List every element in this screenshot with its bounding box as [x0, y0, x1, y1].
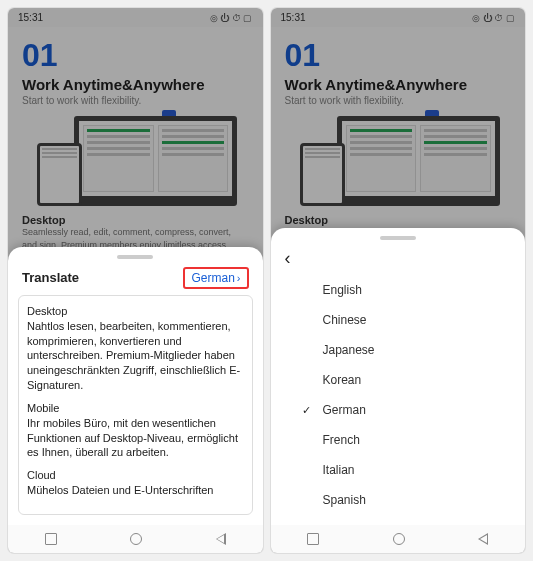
hero-number: 01 [285, 37, 512, 74]
status-bar: 15:31 ◎ ⏻ ⏱ ▢ [8, 8, 263, 27]
back-button[interactable] [216, 533, 226, 545]
language-label: German [323, 403, 366, 417]
language-list-sheet: ‹ EnglishChineseJapaneseKorean✓GermanFre… [271, 228, 526, 525]
language-label: Japanese [323, 343, 375, 357]
selected-language-label: German [191, 271, 234, 285]
hero-illustration [33, 116, 237, 206]
sheet-grabber[interactable] [380, 236, 416, 240]
language-label: English [323, 283, 362, 297]
language-option[interactable]: English [281, 275, 516, 305]
right-screenshot: 15:31 ◎ ⏻ ⏱ ▢ 01 Work Anytime&Anywhere S… [271, 8, 526, 553]
status-icons: ◎ ⏻ ⏱ ▢ [472, 13, 515, 23]
desktop-heading: Desktop [22, 214, 249, 226]
language-list: EnglishChineseJapaneseKorean✓GermanFrenc… [281, 275, 516, 515]
language-label: Spanish [323, 493, 366, 507]
language-label: Korean [323, 373, 362, 387]
android-navbar [271, 525, 526, 553]
hero-title: Work Anytime&Anywhere [22, 76, 249, 93]
translation-text-box[interactable]: Desktop Nahtlos lesen, bearbeiten, komme… [18, 295, 253, 515]
trans-desktop-body: Nahtlos lesen, bearbeiten, kommentieren,… [27, 320, 240, 391]
trans-desktop-h: Desktop [27, 305, 67, 317]
back-button[interactable] [478, 533, 488, 545]
hero-subtitle: Start to work with flexibility. [22, 95, 249, 106]
translate-title: Translate [22, 270, 79, 285]
language-option[interactable]: Korean [281, 365, 516, 395]
status-icons: ◎ ⏻ ⏱ ▢ [210, 13, 253, 23]
trans-mobile-body: Ihr mobiles Büro, mit den wesentlichen F… [27, 417, 238, 459]
hero-illustration [296, 116, 500, 206]
recent-apps-button[interactable] [45, 533, 57, 545]
language-label: French [323, 433, 360, 447]
language-label: Chinese [323, 313, 367, 327]
hero-number: 01 [22, 37, 249, 74]
sheet-grabber[interactable] [117, 255, 153, 259]
language-selector-button[interactable]: German › [183, 267, 248, 289]
language-option[interactable]: French [281, 425, 516, 455]
home-button[interactable] [393, 533, 405, 545]
language-option[interactable]: Italian [281, 455, 516, 485]
home-button[interactable] [130, 533, 142, 545]
language-option[interactable]: Chinese [281, 305, 516, 335]
status-time: 15:31 [281, 12, 306, 23]
language-option[interactable]: Japanese [281, 335, 516, 365]
chevron-right-icon: › [237, 272, 241, 284]
trans-mobile-h: Mobile [27, 402, 59, 414]
trans-cloud-body: Mühelos Dateien und E-Unterschriften [27, 484, 213, 496]
trans-cloud-h: Cloud [27, 469, 56, 481]
status-time: 15:31 [18, 12, 43, 23]
translate-sheet: Translate German › Desktop Nahtlos lesen… [8, 247, 263, 525]
android-navbar [8, 525, 263, 553]
check-icon: ✓ [301, 404, 313, 417]
hero-title: Work Anytime&Anywhere [285, 76, 512, 93]
recent-apps-button[interactable] [307, 533, 319, 545]
language-option[interactable]: ✓German [281, 395, 516, 425]
status-bar: 15:31 ◎ ⏻ ⏱ ▢ [271, 8, 526, 27]
language-option[interactable]: Spanish [281, 485, 516, 515]
language-label: Italian [323, 463, 355, 477]
back-arrow-button[interactable]: ‹ [281, 248, 516, 275]
desktop-heading: Desktop [285, 214, 512, 226]
left-screenshot: 15:31 ◎ ⏻ ⏱ ▢ 01 Work Anytime&Anywhere S… [8, 8, 263, 553]
hero-subtitle: Start to work with flexibility. [285, 95, 512, 106]
